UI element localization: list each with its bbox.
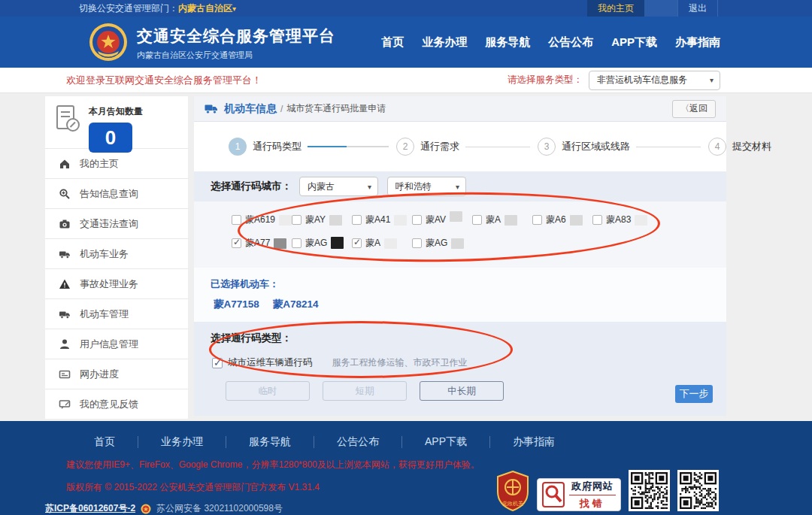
- monthly-notice-count[interactable]: 0: [89, 123, 132, 153]
- next-step-button[interactable]: 下一步: [675, 385, 713, 403]
- nav-home[interactable]: 首页: [381, 35, 404, 50]
- breadcrumb-section[interactable]: 机动车信息: [224, 102, 277, 116]
- selected-vehicles-section: 已选择机动车： 蒙A77158 蒙A78214: [194, 268, 726, 322]
- platform-title: 交通安全综合服务管理平台: [137, 26, 335, 47]
- redacted-plate-part: [279, 215, 292, 226]
- step-3-label: 通行区域或线路: [562, 140, 630, 153]
- redacted-plate-part: [451, 238, 464, 249]
- plate-option[interactable]: 蒙A: [472, 214, 532, 226]
- footer-nav-business[interactable]: 业务办理: [161, 435, 203, 449]
- plate-option[interactable]: 蒙A6: [532, 214, 592, 226]
- duration-medium-long-term-button[interactable]: 中长期: [420, 381, 504, 401]
- username-redacted: [644, 0, 677, 17]
- step-2-label: 通行需求: [420, 140, 459, 153]
- footer-nav-handbook[interactable]: 办事指南: [513, 435, 555, 449]
- sidebar-item-feedback[interactable]: 我的意见反馈: [45, 389, 188, 419]
- redacted-plate-part: [635, 215, 647, 226]
- qr-code-1: [629, 470, 670, 511]
- chevron-down-icon[interactable]: ▾: [232, 5, 236, 13]
- plate-checkbox[interactable]: [412, 238, 422, 248]
- gov-badge-line2: 找错: [580, 497, 605, 510]
- plate-checkbox[interactable]: [232, 215, 241, 225]
- home-icon: [59, 158, 71, 170]
- header: 交通安全综合服务管理平台 内蒙古自治区公安厅交通管理局 首页 业务办理 服务导航…: [0, 17, 812, 68]
- province-select[interactable]: 内蒙古 ▾: [299, 177, 378, 196]
- divider: [138, 436, 138, 448]
- pass-type-checkbox-label: 城市运维车辆通行码: [228, 356, 313, 369]
- monthly-notice-label: 本月告知数量: [89, 105, 143, 118]
- sidebar-menu: 我的主页 告知信息查询 交通违法查询 机动车业务 事故处理业务 机动车管理: [45, 148, 188, 419]
- sidebar-item-label: 交通违法查询: [80, 217, 138, 231]
- qr-code-2: [677, 470, 719, 511]
- plate-label: 蒙AY: [305, 214, 326, 226]
- sidebar-item-user-info[interactable]: 用户信息管理: [45, 329, 188, 359]
- nav-announcements[interactable]: 公告公布: [548, 35, 593, 50]
- chevron-down-icon: ▾: [704, 76, 714, 84]
- footer-nav-app-download[interactable]: APP下载: [425, 435, 467, 449]
- redacted-plate-part: [384, 238, 397, 249]
- plate-option[interactable]: 蒙AY: [292, 214, 352, 226]
- plate-checkbox-checked[interactable]: [232, 238, 241, 248]
- duration-temporary-button[interactable]: 临时: [226, 381, 310, 401]
- sidebar-item-my-home[interactable]: 我的主页: [45, 148, 188, 178]
- sidebar-item-vehicle-business[interactable]: 机动车业务: [45, 238, 188, 268]
- platform-subtitle: 内蒙古自治区公安厅交通管理局: [137, 50, 335, 61]
- plate-option[interactable]: 蒙A77: [232, 237, 292, 250]
- government-shield-badge: 党政机关: [496, 471, 529, 511]
- nav-handbook[interactable]: 办事指南: [675, 35, 720, 50]
- pass-type-checkbox[interactable]: [212, 358, 223, 368]
- plate-checkbox[interactable]: [292, 238, 301, 248]
- plate-option[interactable]: 蒙A: [352, 237, 412, 250]
- footer-nav-home[interactable]: 首页: [94, 435, 115, 449]
- step-4-label: 提交材料: [732, 140, 771, 153]
- my-homepage-link[interactable]: 我的主页: [587, 0, 644, 17]
- logout-button[interactable]: 退出: [677, 0, 718, 17]
- redacted-plate-part: [329, 215, 342, 226]
- footer-nav-announcements[interactable]: 公告公布: [337, 435, 379, 449]
- step-1-label: 通行码类型: [253, 140, 301, 153]
- city-select[interactable]: 呼和浩特 ▾: [387, 177, 466, 196]
- plate-option[interactable]: 蒙A41: [352, 214, 412, 226]
- plate-checkbox[interactable]: [472, 215, 482, 225]
- divider: [569, 495, 616, 495]
- region-switcher[interactable]: 内蒙古自治区: [178, 2, 232, 15]
- page: 切换公安交通管理部门： 内蒙古自治区 ▾ 我的主页 退出 交通安全综合服务管理平…: [0, 0, 812, 515]
- gov-badge-line1: 政府网站: [571, 480, 614, 493]
- welcome-bar: 欢迎登录互联网交通安全综合服务管理平台！ 请选择服务类型： 非营运机动车信息服务…: [0, 68, 812, 93]
- nav-business[interactable]: 业务办理: [422, 35, 467, 50]
- plate-checkbox[interactable]: [592, 215, 602, 225]
- sidebar-item-online-progress[interactable]: 网办进度: [45, 359, 188, 389]
- plate-checkbox[interactable]: [352, 215, 362, 225]
- plate-option[interactable]: 蒙A83: [592, 214, 653, 226]
- plate-checkbox[interactable]: [412, 215, 422, 225]
- plate-option[interactable]: 蒙A619: [232, 214, 292, 226]
- sidebar-item-vehicle-management[interactable]: 机动车管理: [45, 298, 188, 329]
- plate-checkbox[interactable]: [292, 215, 301, 225]
- switch-department-label: 切换公安交通管理部门：: [79, 2, 178, 15]
- chevron-down-icon: ▾: [362, 183, 371, 191]
- plate-label: 蒙AG: [305, 237, 327, 250]
- plate-checkbox-checked[interactable]: [352, 238, 362, 248]
- sidebar-item-notice-query[interactable]: 告知信息查询: [45, 178, 188, 208]
- plate-option[interactable]: 蒙AV: [412, 214, 472, 226]
- back-button[interactable]: 〈返回: [672, 100, 716, 118]
- truck-icon: [59, 308, 71, 320]
- police-emblem-logo: [89, 23, 128, 62]
- plate-option[interactable]: 蒙AG: [412, 237, 472, 250]
- plate-option[interactable]: 蒙AG: [292, 237, 352, 250]
- sidebar-item-accident-business[interactable]: 事故处理业务: [45, 268, 188, 298]
- duration-short-term-button[interactable]: 短期: [323, 381, 407, 401]
- province-select-value: 内蒙古: [308, 180, 335, 193]
- sidebar-item-violation-query[interactable]: 交通违法查询: [45, 208, 188, 238]
- nav-service-guide[interactable]: 服务导航: [485, 35, 530, 50]
- breadcrumb-separator: /: [280, 104, 283, 114]
- police-record-icon: [141, 504, 151, 514]
- city-select-label: 选择通行码城市：: [211, 180, 292, 193]
- service-type-select[interactable]: 非营运机动车信息服务 ▾: [589, 71, 720, 90]
- police-record-link[interactable]: 苏公网安备 32021102000598号: [156, 502, 283, 515]
- nav-app-download[interactable]: APP下载: [611, 35, 657, 50]
- icp-license-link[interactable]: 苏ICP备06012607号-2: [45, 502, 135, 515]
- footer-nav-service-guide[interactable]: 服务导航: [249, 435, 291, 449]
- gov-website-error-badge[interactable]: 政府网站 找错: [537, 478, 621, 511]
- plate-checkbox[interactable]: [532, 215, 542, 225]
